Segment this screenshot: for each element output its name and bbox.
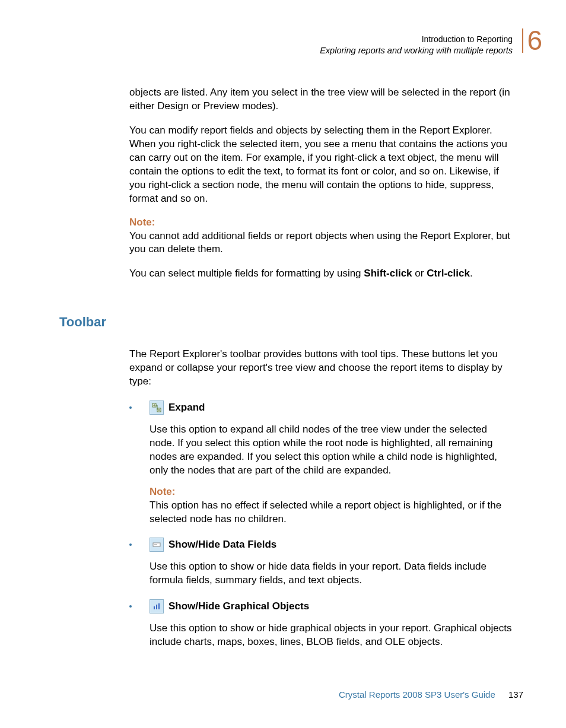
breadcrumb-section: Exploring reports and working with multi…: [320, 46, 513, 55]
graphical-objects-icon: [150, 599, 164, 613]
note-label: Note:: [129, 217, 515, 228]
text-run: You can select multiple fields for forma…: [129, 268, 364, 279]
svg-rect-9: [156, 605, 157, 609]
chapter-number: 6: [522, 28, 542, 53]
footer-doc-title: Crystal Reports 2008 SP3 User's Guide: [339, 689, 495, 700]
toolbar-item-description: Use this option to expand all child node…: [150, 423, 515, 478]
text-run: or: [412, 268, 427, 279]
svg-rect-10: [158, 603, 160, 609]
toolbar-item-title: Show/Hide Data Fields: [168, 539, 276, 551]
data-fields-icon: [150, 538, 164, 552]
note-body: This option has no effect if selected wh…: [150, 499, 515, 526]
toolbar-item-title: Expand: [168, 402, 205, 414]
note-label: Note:: [150, 486, 515, 498]
toolbar-item-title: Show/Hide Graphical Objects: [168, 600, 309, 612]
toolbar-item-data-fields: Show/Hide Data Fields Use this option to…: [129, 538, 515, 587]
page-number: 137: [508, 689, 523, 700]
keyboard-shortcut: Shift-click: [364, 268, 412, 279]
keyboard-shortcut: Ctrl-click: [427, 268, 470, 279]
paragraph: You can select multiple fields for forma…: [129, 267, 515, 281]
bullet-icon: [129, 543, 132, 546]
note-body: You cannot add additional fields or repo…: [129, 230, 515, 257]
toolbar-item-description: Use this option to show or hide data fie…: [150, 560, 515, 587]
section-heading-toolbar: Toolbar: [59, 314, 106, 330]
bullet-icon: [129, 406, 132, 409]
toolbar-item-expand: Expand Use this option to expand all chi…: [129, 400, 515, 526]
paragraph: objects are listed. Any item you select …: [129, 86, 515, 113]
toolbar-item-graphical-objects: Show/Hide Graphical Objects Use this opt…: [129, 599, 515, 649]
bullet-icon: [129, 605, 132, 608]
expand-icon: [150, 400, 164, 415]
breadcrumb-chapter: Introduction to Reporting: [320, 34, 513, 44]
toolbar-item-description: Use this option to show or hide graphica…: [150, 622, 515, 649]
text-run: .: [470, 268, 473, 279]
paragraph: You can modify report fields and objects…: [129, 124, 515, 206]
toolbar-intro: The Report Explorer's toolbar provides b…: [129, 348, 515, 389]
svg-rect-8: [154, 606, 155, 609]
page-footer: Crystal Reports 2008 SP3 User's Guide 13…: [339, 689, 523, 700]
